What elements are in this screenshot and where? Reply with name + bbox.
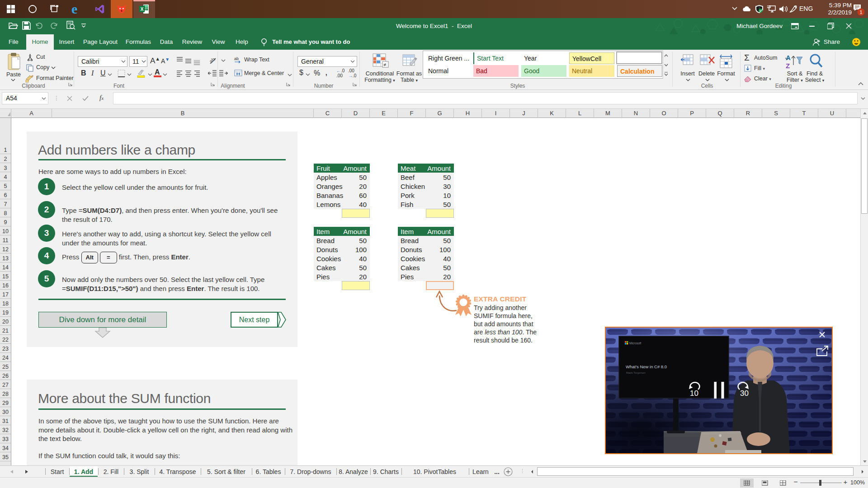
svg-text:X: X <box>141 7 144 12</box>
svg-text:Mads Torgersen: Mads Torgersen <box>626 371 646 374</box>
svg-text:Z: Z <box>786 62 790 70</box>
svg-text:ab: ab <box>234 56 239 61</box>
svg-text:30: 30 <box>740 389 749 398</box>
svg-text:1: 1 <box>859 9 862 15</box>
svg-text:≠: ≠ <box>383 62 386 67</box>
svg-text:ab: ab <box>209 56 216 64</box>
svg-text:What's New in C# 8.0: What's New in C# 8.0 <box>626 364 667 369</box>
svg-text:A: A <box>786 54 791 61</box>
svg-text:10: 10 <box>690 389 698 398</box>
svg-text:Microsoft: Microsoft <box>629 342 642 345</box>
